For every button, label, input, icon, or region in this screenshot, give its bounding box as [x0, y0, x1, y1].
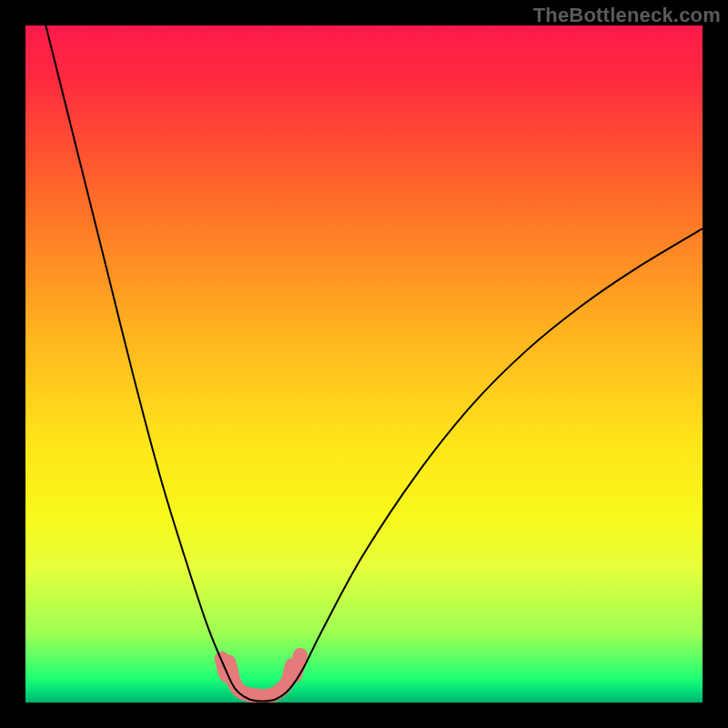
chart-frame: TheBottleneck.com: [0, 0, 728, 728]
plot-svg: [25, 25, 703, 703]
watermark-text: TheBottleneck.com: [533, 4, 721, 27]
plot-area: [25, 25, 703, 703]
gradient-background: [25, 25, 703, 703]
